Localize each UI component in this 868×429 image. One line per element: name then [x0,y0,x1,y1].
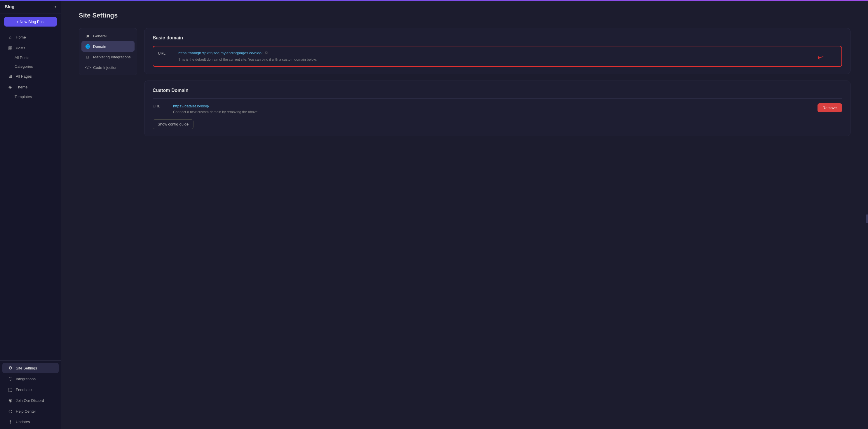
sidebar: Blog ▾ + New Blog Post ⌂ Home ▦ Posts Al… [0,0,61,429]
sidebar-item-theme[interactable]: ◈ Theme [2,82,59,92]
url-label: URL [158,51,173,56]
settings-nav-domain[interactable]: 🌐 Domain [82,41,134,52]
sidebar-item-integrations[interactable]: ⬡ Integrations [2,373,59,384]
settings-nav-marketing[interactable]: ⊟ Marketing Integrations [82,52,134,62]
custom-domain-description: Connect a new custom domain by removing … [173,110,812,114]
sidebar-item-label: Theme [16,85,27,89]
sidebar-item-posts[interactable]: ▦ Posts [2,42,59,53]
basic-domain-box: URL https://aaaigb7fpk55jsoq.mylandingpa… [153,46,842,67]
sidebar-subitem-label: Categories [14,64,33,69]
page-title: Site Settings [79,12,850,19]
sidebar-item-label: Join Our Discord [16,398,44,403]
domain-url-row: https://aaaigb7fpk55jsoq.mylandingpages.… [178,51,837,55]
sidebar-bottom: ⚙ Site Settings ⬡ Integrations ⬚ Feedbac… [0,360,61,429]
settings-nav-label: Code Injection [93,65,117,70]
settings-nav-label: Domain [93,44,106,49]
sidebar-item-categories[interactable]: Categories [2,62,59,71]
custom-url-label: URL [153,103,167,108]
settings-content-area: Basic domain URL https://aaaigb7fpk55jso… [144,28,850,136]
new-blog-post-button[interactable]: + New Blog Post [4,17,57,27]
updates-icon: ⭱ [8,419,13,424]
settings-nav-code-injection[interactable]: </> Code Injection [82,62,134,73]
scroll-indicator [866,214,868,223]
custom-domain-row: URL https://datalet.io/blog/ Connect a n… [153,103,842,114]
custom-domain-url[interactable]: https://datalet.io/blog/ [173,104,209,108]
general-nav-icon: ▣ [85,34,90,38]
home-icon: ⌂ [8,35,13,40]
code-nav-icon: </> [85,65,90,70]
basic-domain-row: URL https://aaaigb7fpk55jsoq.mylandingpa… [158,51,837,62]
sidebar-item-label: Feedback [16,388,32,392]
settings-layout: ▣ General 🌐 Domain ⊟ Marketing Integrati… [79,28,850,136]
sidebar-item-label: Updates [16,420,30,424]
sidebar-item-help-center[interactable]: ◎ Help Center [2,406,59,417]
sidebar-item-feedback[interactable]: ⬚ Feedback [2,385,59,395]
main-content: Site Settings ▣ General 🌐 Domain ⊟ Marke… [61,0,868,429]
posts-icon: ▦ [8,45,13,51]
integrations-icon: ⬡ [8,376,13,381]
sidebar-item-label: Integrations [16,377,36,381]
basic-domain-title: Basic domain [153,35,842,40]
basic-domain-url[interactable]: https://aaaigb7fpk55jsoq.mylandingpages.… [178,51,262,55]
top-bar [0,0,868,1]
all-pages-icon: ⊞ [8,73,13,79]
settings-nav-general[interactable]: ▣ General [82,31,134,41]
basic-domain-card: Basic domain URL https://aaaigb7fpk55jso… [144,28,850,74]
settings-nav-label: General [93,34,106,38]
custom-url-info: URL https://datalet.io/blog/ Connect a n… [153,103,812,114]
remove-button[interactable]: Remove [817,103,842,112]
sidebar-item-updates[interactable]: ⭱ Updates [2,417,59,427]
chevron-down-icon: ▾ [55,5,56,9]
basic-domain-description: This is the default domain of the curren… [178,57,837,62]
sidebar-subitem-label: Templates [14,95,32,99]
help-icon: ◎ [8,408,13,414]
settings-nav-label: Marketing Integrations [93,55,131,59]
card-divider [153,98,842,99]
custom-domain-title: Custom Domain [153,88,842,93]
sidebar-subitem-label: All Posts [14,56,29,60]
sidebar-header: Blog ▾ [0,0,61,13]
discord-icon: ◉ [8,398,13,403]
sidebar-brand: Blog [5,4,14,9]
sidebar-item-home[interactable]: ⌂ Home [2,32,59,42]
sidebar-item-all-pages[interactable]: ⊞ All Pages [2,71,59,82]
sidebar-item-all-posts[interactable]: All Posts [2,53,59,62]
sidebar-item-label: Home [16,35,26,39]
marketing-nav-icon: ⊟ [85,55,90,59]
show-config-button[interactable]: Show config guide [153,119,193,129]
theme-icon: ◈ [8,84,13,90]
sidebar-item-label: All Pages [16,74,32,79]
sidebar-item-discord[interactable]: ◉ Join Our Discord [2,395,59,406]
sidebar-item-label: Help Center [16,409,36,413]
sidebar-nav: ⌂ Home ▦ Posts All Posts Categories ⊞ Al… [0,30,61,360]
basic-domain-info: https://aaaigb7fpk55jsoq.mylandingpages.… [178,51,837,62]
sidebar-item-templates[interactable]: Templates [2,93,59,101]
copy-icon[interactable]: ⧉ [265,51,268,55]
custom-domain-card: Custom Domain URL https://datalet.io/blo… [144,81,850,136]
domain-nav-icon: 🌐 [85,44,90,49]
custom-domain-info: https://datalet.io/blog/ Connect a new c… [173,103,812,114]
site-settings-icon: ⚙ [8,365,13,371]
sidebar-item-label: Site Settings [16,366,37,370]
feedback-icon: ⬚ [8,387,13,392]
settings-nav-panel: ▣ General 🌐 Domain ⊟ Marketing Integrati… [79,28,137,75]
sidebar-item-label: Posts [16,46,25,50]
sidebar-item-site-settings[interactable]: ⚙ Site Settings [2,363,59,373]
